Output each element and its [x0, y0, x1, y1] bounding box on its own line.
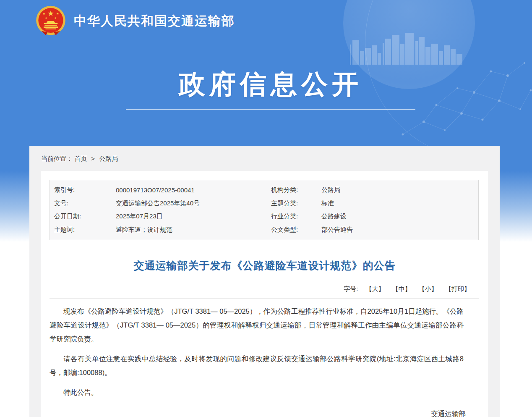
svg-text:★: ★ [45, 16, 47, 19]
breadcrumb-separator: > [91, 155, 95, 162]
meta-value-org-category: 公路局 [321, 186, 478, 194]
banner-title: 政府信息公开 [0, 66, 532, 102]
breadcrumb-label: 当前位置： [41, 155, 73, 162]
print-button[interactable]: 【打印】 [445, 285, 470, 292]
font-size-controls: 字号: 【大】 【中】 【小】 【打印】 [50, 285, 480, 293]
meta-label-index-no: 索引号: [54, 186, 116, 194]
meta-label-org-category: 机构分类: [271, 186, 321, 194]
meta-value-doc-type: 部公告通告 [321, 226, 478, 234]
header-hero: ★ ★ ★ ★ ★ 中华人民共和国交通运输部 政府信息公开 [0, 0, 532, 146]
paragraph: 现发布《公路避险车道设计规范》（JTG/T 3381— 05—2025），作为公… [50, 304, 464, 346]
divider [50, 298, 479, 299]
font-size-label: 字号: [344, 285, 358, 292]
svg-text:★: ★ [47, 9, 54, 18]
breadcrumb-home-link[interactable]: 首页 [74, 155, 87, 162]
banner: 政府信息公开 [0, 66, 532, 110]
meta-label-keywords: 主题词: [54, 226, 116, 234]
document-meta-table: 索引号: 000019713O07/2025-00041 机构分类: 公路局 文… [50, 180, 479, 240]
site-title: 中华人民共和国交通运输部 [74, 13, 235, 30]
banner-underline [126, 109, 415, 110]
breadcrumb: 当前位置： 首页 > 公路局 [29, 146, 500, 163]
national-emblem-icon: ★ ★ ★ ★ ★ [35, 5, 66, 37]
content-container: 当前位置： 首页 > 公路局 索引号: 000019713O07/2025-00… [29, 146, 500, 417]
breadcrumb-current-link[interactable]: 公路局 [99, 155, 118, 162]
font-size-small-button[interactable]: 【小】 [419, 285, 438, 292]
signature: 交通运输部 [50, 409, 480, 417]
meta-row: 公开日期: 2025年07月23日 行业分类: 公路建设 [50, 210, 478, 223]
meta-label-doc-no: 文号: [54, 199, 116, 207]
site-header: ★ ★ ★ ★ ★ 中华人民共和国交通运输部 [35, 5, 235, 37]
svg-text:★: ★ [56, 12, 59, 16]
font-size-medium-button[interactable]: 【中】 [392, 285, 411, 292]
page-title: 交通运输部关于发布《公路避险车道设计规范》的公告 [50, 259, 480, 273]
document-body: 现发布《公路避险车道设计规范》（JTG/T 3381— 05—2025），作为公… [50, 304, 480, 399]
paragraph: 特此公告。 [50, 386, 464, 399]
meta-row: 主题词: 避险车道；设计规范 公文类型: 部公告通告 [50, 223, 478, 237]
meta-value-keywords: 避险车道；设计规范 [116, 226, 271, 234]
meta-label-doc-type: 公文类型: [271, 226, 321, 234]
document-panel: 索引号: 000019713O07/2025-00041 机构分类: 公路局 文… [41, 171, 488, 417]
meta-value-index-no: 000019713O07/2025-00041 [116, 186, 271, 194]
svg-text:★: ★ [54, 16, 57, 19]
meta-value-doc-no: 交通运输部公告2025年第40号 [116, 199, 271, 207]
meta-value-publish-date: 2025年07月23日 [116, 212, 271, 220]
meta-row: 文号: 交通运输部公告2025年第40号 主题分类: 标准 [50, 197, 478, 210]
meta-value-industry-category: 公路建设 [321, 212, 478, 220]
font-size-large-button[interactable]: 【大】 [365, 285, 384, 292]
paragraph: 请各有关单位注意在实践中总结经验，及时将发现的问题和修改建议反馈交通运输部公路科… [50, 352, 464, 380]
meta-value-topic-category: 标准 [321, 199, 478, 207]
meta-label-topic-category: 主题分类: [271, 199, 321, 207]
svg-text:★: ★ [42, 12, 45, 16]
meta-label-industry-category: 行业分类: [271, 212, 321, 220]
meta-row: 索引号: 000019713O07/2025-00041 机构分类: 公路局 [50, 184, 478, 197]
meta-label-publish-date: 公开日期: [54, 212, 116, 220]
